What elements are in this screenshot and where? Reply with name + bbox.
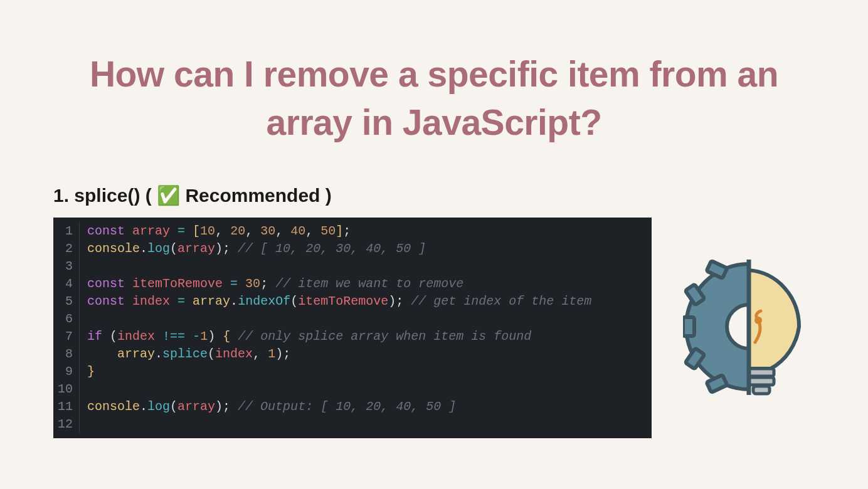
code-content: } [80,363,95,381]
code-content: console.log(array); // Output: [ 10, 20,… [80,398,456,416]
line-number: 9 [53,363,80,381]
code-line: 11console.log(array); // Output: [ 10, 2… [53,398,652,416]
code-content [80,258,95,275]
line-number: 7 [53,328,80,345]
code-content: const array = [10, 20, 30, 40, 50]; [80,223,351,240]
line-number: 5 [53,293,80,310]
svg-point-5 [754,317,762,324]
code-line: 8 array.splice(index, 1); [53,345,652,363]
code-block: 1const array = [10, 20, 30, 40, 50];2con… [53,218,652,438]
section-heading: 1. splice() ( ✅ Recommended ) [53,184,815,206]
code-line: 1const array = [10, 20, 30, 40, 50]; [53,223,652,240]
page-title: How can I remove a specific item from an… [53,50,815,147]
content-row: 1const array = [10, 20, 30, 40, 50];2con… [53,218,815,438]
code-line: 2console.log(array); // [ 10, 20, 30, 40… [53,240,652,258]
line-number: 1 [53,223,80,240]
svg-rect-7 [749,377,774,385]
code-line: 10 [53,381,652,398]
svg-rect-6 [749,369,774,376]
gear-bulb-icon [683,255,815,401]
page-container: How can I remove a specific item from an… [0,0,868,438]
svg-rect-8 [753,386,770,394]
code-content [80,416,95,433]
code-line: 12 [53,416,652,433]
code-content [80,381,95,398]
code-line: 5const index = array.indexOf(itemToRemov… [53,293,652,310]
code-content: console.log(array); // [ 10, 20, 30, 40,… [80,240,426,258]
code-line: 9} [53,363,652,381]
code-content [80,310,95,328]
line-number: 3 [53,258,80,275]
code-content: array.splice(index, 1); [80,345,290,363]
line-number: 12 [53,416,80,433]
code-content: const index = array.indexOf(itemToRemove… [80,293,591,310]
line-number: 2 [53,240,80,258]
line-number: 8 [53,345,80,363]
code-content: const itemToRemove = 30; // item we want… [80,275,463,293]
code-line: 4const itemToRemove = 30; // item we wan… [53,275,652,293]
line-number: 4 [53,275,80,293]
code-line: 3 [53,258,652,275]
svg-rect-0 [683,317,694,336]
line-number: 6 [53,310,80,328]
line-number: 10 [53,381,80,398]
code-line: 6 [53,310,652,328]
line-number: 11 [53,398,80,416]
code-content: if (index !== -1) { // only splice array… [80,328,531,345]
code-line: 7if (index !== -1) { // only splice arra… [53,328,652,345]
